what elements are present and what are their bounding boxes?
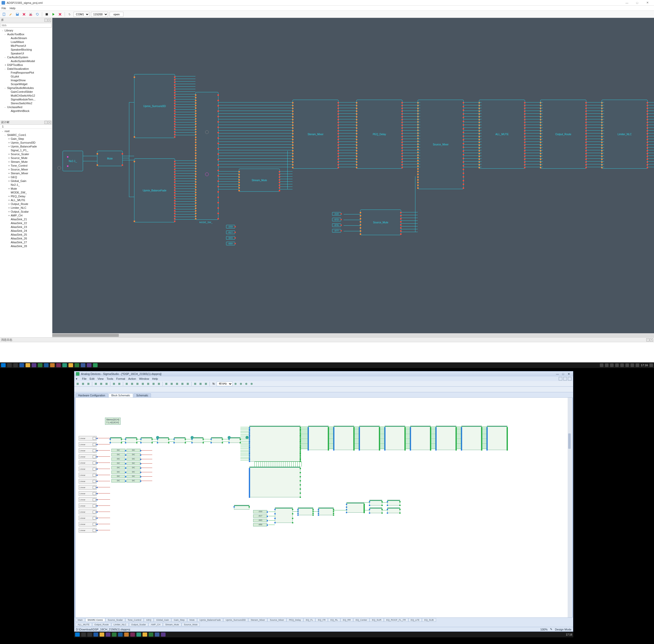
search-icon[interactable] — [7, 363, 12, 367]
chain-block-0[interactable] — [110, 437, 122, 443]
b14-icon[interactable] — [198, 382, 203, 386]
linear-item[interactable]: Linear — [79, 516, 97, 520]
linear-item[interactable]: Linear — [79, 497, 97, 502]
sample-rate-select[interactable]: 48 kHz — [217, 382, 232, 386]
value-box[interactable]: -477- — [332, 229, 341, 233]
tree-item[interactable]: AudioStream — [0, 36, 52, 40]
tab-EQ_ROOF_FL_FR[interactable]: EQ_ROOF_FL_FR — [384, 618, 408, 622]
mdi-min-icon[interactable] — [559, 377, 562, 381]
tree-item[interactable]: +GEQ — [0, 175, 52, 179]
dc-value[interactable]: DC — [126, 449, 141, 452]
block-steram-mixer[interactable]: Steram_Mixer — [293, 100, 338, 169]
value-box[interactable]: -572- — [332, 218, 341, 221]
checkbox[interactable] — [93, 468, 96, 470]
value-box[interactable]: -943- — [226, 236, 235, 240]
dc-value[interactable]: DC — [126, 457, 141, 461]
chain-block-2[interactable] — [141, 437, 152, 443]
app-icon[interactable] — [112, 632, 116, 637]
app-icon[interactable] — [149, 632, 153, 637]
b12-icon[interactable] — [185, 382, 190, 386]
cut-icon[interactable] — [28, 12, 33, 17]
tall-block-5[interactable] — [436, 426, 456, 450]
big-mixer[interactable] — [249, 426, 300, 462]
mid-3[interactable] — [318, 508, 334, 515]
checkbox[interactable] — [93, 449, 96, 452]
block-upmix-balance[interactable]: Upmix_BalanceFade — [134, 158, 175, 222]
value-box[interactable]: -617- — [226, 231, 235, 234]
rm-2[interactable] — [369, 500, 382, 505]
tab-EQ_RL[interactable]: EQ_RL — [328, 618, 340, 622]
explorer-icon[interactable] — [100, 632, 104, 637]
b11-icon[interactable] — [180, 382, 185, 386]
maximize-button[interactable]: □ — [560, 372, 566, 375]
tree-item[interactable]: -DataVisualization — [0, 67, 52, 71]
b7-icon[interactable] — [157, 382, 161, 386]
linear-item[interactable]: Linear — [79, 436, 97, 441]
app-icon-10[interactable] — [87, 363, 91, 367]
tree-item[interactable]: +Output_Route — [0, 202, 52, 206]
refresh-icon[interactable] — [35, 12, 40, 17]
menu-file[interactable]: File — [82, 377, 87, 380]
save-icon[interactable] — [15, 12, 20, 17]
chain-block-6[interactable] — [211, 437, 223, 443]
linear-item[interactable]: Linear — [79, 454, 97, 459]
panel-pin-icon[interactable]: ▫ — [646, 338, 649, 341]
tree-item[interactable]: MODE_SW_ — [0, 191, 52, 194]
block-source-mixer[interactable]: Source_Mixer — [418, 100, 464, 189]
tall-block-7[interactable] — [487, 426, 507, 450]
tree-item[interactable]: +Output_Scalar — [0, 210, 52, 214]
menu-dropdown-icon[interactable]: ▾ — [76, 377, 79, 381]
tree-item[interactable]: +Global_Gain — [0, 179, 52, 183]
dc-value[interactable]: DC — [111, 466, 125, 469]
tree-item[interactable]: Nx2-1_ — [0, 183, 52, 187]
start-icon[interactable] — [75, 632, 80, 637]
block-all-mute[interactable]: ALL_MUTE — [479, 100, 525, 169]
chain-block-3[interactable] — [157, 437, 169, 443]
tab-Gain_Step[interactable]: Gain_Step — [171, 618, 187, 622]
minimize-button[interactable]: — — [622, 1, 632, 4]
checkbox[interactable] — [93, 474, 96, 477]
value-box[interactable]: -218- — [332, 212, 341, 216]
linear-item[interactable]: Linear — [79, 467, 97, 471]
mid-2[interactable] — [298, 508, 313, 515]
app-icon-11[interactable] — [93, 363, 98, 367]
app-icon-2[interactable] — [38, 363, 42, 367]
mdi-max-icon[interactable] — [563, 377, 567, 381]
block-mute[interactable]: Mute — [97, 151, 123, 166]
tree-item[interactable]: GainControlSlider — [0, 90, 52, 94]
fan-block[interactable] — [249, 467, 300, 497]
notifications-icon[interactable] — [649, 363, 653, 367]
dc-value[interactable]: -617 — [253, 514, 267, 518]
value-box[interactable]: -876- — [332, 223, 341, 227]
paste-icon[interactable] — [104, 382, 109, 386]
tab-PEQ_Delay[interactable]: PEQ_Delay — [287, 618, 303, 622]
tab-EQ_FR[interactable]: EQ_FR — [316, 618, 328, 622]
b1-icon[interactable] — [124, 382, 129, 386]
b6-icon[interactable] — [151, 382, 156, 386]
dc-value[interactable]: -650 — [253, 523, 267, 526]
schematic-canvas[interactable]: Nx2-1_MuteUpmix_Surround3DUpmix_BalanceF… — [52, 18, 654, 333]
tab-Limiter_NLC[interactable]: Limiter_NLC — [111, 623, 129, 626]
tab-block-schematic[interactable]: Block Schematic — [109, 393, 133, 397]
tab-Stream_Mute[interactable]: Stream_Mute — [163, 623, 181, 626]
tall-block-1[interactable] — [334, 426, 354, 450]
mid-1[interactable] — [234, 505, 249, 510]
linear-item[interactable]: Linear — [79, 461, 97, 465]
tree-item[interactable]: Signal_1_P1_ — [0, 148, 52, 152]
linear-item[interactable]: Linear — [79, 510, 97, 514]
tree-item[interactable]: MicPhoneUI — [0, 44, 52, 48]
linear-item[interactable]: Linear — [79, 473, 97, 477]
menu-file[interactable]: File — [2, 7, 6, 10]
dc-value[interactable]: -233 — [253, 510, 267, 513]
tree-item[interactable]: +Limiter_NLC — [0, 206, 52, 210]
linear-item[interactable]: Linear — [79, 442, 97, 447]
tree-item[interactable]: SigmaModuleTem... — [0, 98, 52, 101]
tree-item[interactable]: AliasSink_21 — [0, 217, 52, 221]
linear-item[interactable]: Linear — [79, 522, 97, 526]
minimize-button[interactable]: — — [555, 372, 560, 375]
b4-icon[interactable] — [141, 382, 145, 386]
design-tree[interactable]: -root -SHARC_Core1+Gain_Step+Upmix_Surro… — [0, 129, 52, 337]
tree-item[interactable]: -CarAudioSystem — [0, 55, 52, 59]
tree-item[interactable]: ImageShow — [0, 78, 52, 82]
tab-GEQ[interactable]: GEQ — [144, 618, 154, 622]
